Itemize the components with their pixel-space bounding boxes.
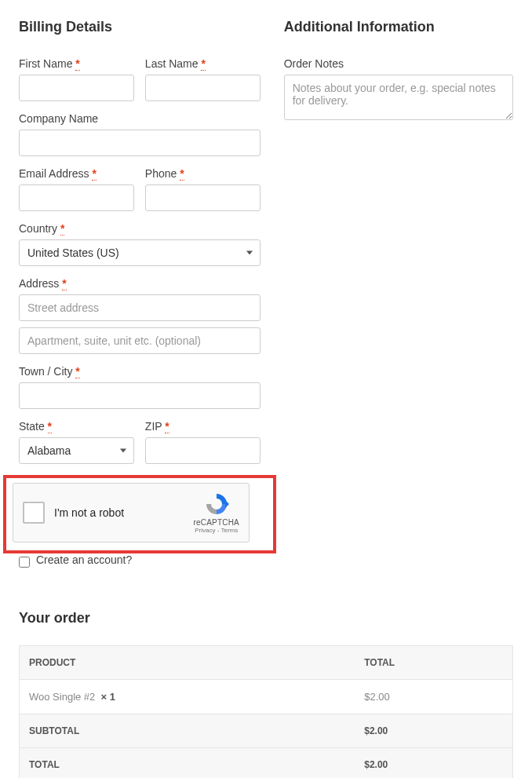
order-subtotal-value: $2.00 xyxy=(355,714,512,748)
address-label: Address * xyxy=(19,277,261,290)
zip-input[interactable] xyxy=(145,437,261,464)
country-select[interactable]: United States (US) xyxy=(19,239,261,266)
order-col-total: TOTAL xyxy=(355,646,512,680)
address-line2-input[interactable] xyxy=(19,327,261,354)
last-name-input[interactable] xyxy=(145,75,261,101)
order-notes-textarea[interactable] xyxy=(284,75,513,120)
recaptcha-checkbox[interactable] xyxy=(23,502,45,524)
first-name-label: First Name * xyxy=(19,57,134,70)
order-subtotal-label: SUBTOTAL xyxy=(20,714,355,748)
recaptcha-widget[interactable]: I'm not a robot reCAPTCHA Privacy - Term… xyxy=(13,483,250,542)
company-input[interactable] xyxy=(19,130,261,156)
create-account-checkbox[interactable] xyxy=(19,557,30,568)
order-total-label: TOTAL xyxy=(20,748,355,779)
svg-marker-0 xyxy=(225,500,229,508)
create-account-label[interactable]: Create an account? xyxy=(36,553,132,566)
state-select[interactable]: Alabama xyxy=(19,437,134,464)
table-row: Woo Single #2 × 1 $2.00 xyxy=(20,680,513,714)
recaptcha-links[interactable]: Privacy - Terms xyxy=(194,527,239,534)
order-notes-label: Order Notes xyxy=(284,57,513,70)
order-item-total: $2.00 xyxy=(355,680,512,714)
zip-label: ZIP * xyxy=(145,420,261,433)
order-item-name: Woo Single #2 xyxy=(29,691,95,703)
order-total-value: $2.00 xyxy=(355,748,512,779)
order-heading: Your order xyxy=(19,610,513,626)
address-line1-input[interactable] xyxy=(19,294,261,321)
order-table: PRODUCT TOTAL Woo Single #2 × 1 $2.00 SU… xyxy=(19,645,513,778)
town-label: Town / City * xyxy=(19,365,261,378)
recaptcha-brand: reCAPTCHA xyxy=(194,518,239,527)
email-label: Email Address * xyxy=(19,167,134,180)
billing-heading: Billing Details xyxy=(19,19,261,35)
country-label: Country * xyxy=(19,222,261,235)
order-col-product: PRODUCT xyxy=(20,646,355,680)
recaptcha-label: I'm not a robot xyxy=(54,506,124,519)
additional-heading: Additional Information xyxy=(284,19,513,35)
state-label: State * xyxy=(19,420,134,433)
phone-label: Phone * xyxy=(145,167,261,180)
last-name-label: Last Name * xyxy=(145,57,261,70)
company-label: Company Name xyxy=(19,112,261,125)
recaptcha-highlight: I'm not a robot reCAPTCHA Privacy - Term… xyxy=(3,475,276,553)
email-input[interactable] xyxy=(19,184,134,211)
recaptcha-logo-icon xyxy=(204,491,229,517)
town-input[interactable] xyxy=(19,382,261,409)
order-item-qty: × 1 xyxy=(101,691,115,703)
phone-input[interactable] xyxy=(145,184,261,211)
first-name-input[interactable] xyxy=(19,75,134,101)
